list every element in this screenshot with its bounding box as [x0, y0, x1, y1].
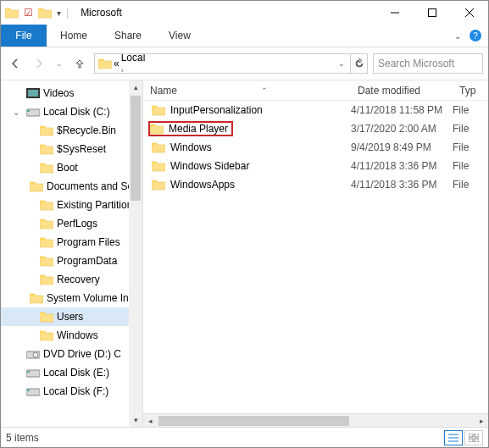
- tree-item[interactable]: Local Disk (E:): [1, 363, 142, 382]
- file-date: 4/11/2018 3:36 PM: [351, 160, 453, 172]
- address-bar[interactable]: « AppData›Local›Microsoft› ⌄: [94, 53, 368, 74]
- disk-icon: [26, 106, 40, 118]
- expander-icon[interactable]: ⌄: [13, 108, 23, 117]
- ribbon: File Home Share View ⌄ ?: [1, 25, 488, 47]
- file-row[interactable]: WindowsApps4/11/2018 3:36 PMFile: [143, 175, 488, 194]
- scroll-right-icon[interactable]: ▸: [475, 414, 488, 428]
- folder-icon: [40, 162, 53, 174]
- tree-item-label: Users: [57, 311, 83, 323]
- details-view-button[interactable]: [444, 430, 463, 445]
- file-date: 4/11/2018 11:58 PM: [351, 104, 453, 116]
- folder-icon: [40, 274, 53, 285]
- forward-button[interactable]: [30, 54, 48, 73]
- file-row[interactable]: Windows9/4/2019 8:49 PMFile: [143, 138, 488, 157]
- tree-item-label: Program Files: [57, 236, 120, 248]
- status-bar: 5 items: [1, 427, 488, 447]
- search-input[interactable]: Search Microsoft: [373, 53, 483, 74]
- svg-rect-15: [469, 439, 473, 442]
- tree-item-label: Boot: [57, 162, 78, 174]
- navigation-tree[interactable]: Videos⌄Local Disk (C:)$Recycle.Bin$SysRe…: [1, 80, 143, 427]
- scroll-thumb[interactable]: [158, 416, 349, 426]
- file-row[interactable]: Windows Sidebar4/11/2018 3:36 PMFile: [143, 157, 488, 175]
- qat-overflow-icon[interactable]: ▾: [57, 8, 61, 18]
- breadcrumb-prefix[interactable]: «: [114, 58, 119, 69]
- tree-item[interactable]: Existing Partition: [1, 196, 142, 214]
- breadcrumb-item[interactable]: Local: [121, 53, 163, 64]
- file-name: WindowsApps: [170, 179, 235, 191]
- file-row[interactable]: InputPersonalization4/11/2018 11:58 PMFi…: [143, 101, 488, 119]
- tree-item[interactable]: Boot: [1, 158, 142, 177]
- svg-rect-14: [475, 434, 479, 437]
- ribbon-expand-icon[interactable]: ⌄: [454, 31, 461, 41]
- file-name: InputPersonalization: [170, 104, 263, 116]
- tree-item-label: Local Disk (C:): [43, 106, 110, 118]
- icons-view-button[interactable]: [464, 430, 483, 445]
- tree-item-label: DVD Drive (D:) C: [43, 348, 121, 360]
- tree-item[interactable]: $Recycle.Bin: [1, 121, 142, 140]
- tree-item[interactable]: Users: [1, 307, 142, 326]
- column-date[interactable]: Date modified: [351, 80, 453, 100]
- column-name[interactable]: Name⌃: [143, 80, 351, 100]
- window-title: Microsoft: [81, 7, 122, 19]
- folder-icon: [30, 292, 43, 304]
- svg-rect-7: [429, 9, 436, 17]
- folder-icon: [152, 160, 165, 172]
- view-tab[interactable]: View: [155, 25, 204, 47]
- tree-item-label: PerfLogs: [57, 218, 97, 230]
- file-row[interactable]: Media Player3/17/2020 2:00 AMFile: [143, 119, 488, 138]
- scroll-down-icon[interactable]: ▾: [129, 413, 142, 427]
- tree-scrollbar[interactable]: ▴ ▾: [129, 80, 142, 427]
- tree-item-label: Local Disk (F:): [43, 385, 108, 397]
- tree-item[interactable]: DVD Drive (D:) C: [1, 345, 142, 363]
- horizontal-scrollbar[interactable]: ◂ ▸: [143, 413, 488, 427]
- back-button[interactable]: [6, 54, 25, 73]
- home-tab[interactable]: Home: [47, 25, 101, 47]
- maximize-button[interactable]: [414, 1, 451, 25]
- tree-item[interactable]: System Volume Information: [1, 289, 142, 307]
- chevron-right-icon[interactable]: ›: [121, 66, 124, 74]
- tree-item[interactable]: Videos: [1, 84, 142, 102]
- share-tab[interactable]: Share: [101, 25, 155, 47]
- tree-item[interactable]: Program Files: [1, 233, 142, 252]
- dvd-icon: [26, 348, 40, 360]
- address-dropdown-button[interactable]: ⌄: [333, 54, 350, 73]
- close-button[interactable]: [451, 1, 488, 25]
- file-name: Media Player: [169, 123, 228, 135]
- scroll-thumb[interactable]: [131, 96, 141, 201]
- drive-icon: [26, 385, 40, 397]
- recent-button[interactable]: ⌄: [53, 54, 65, 73]
- file-type: File: [453, 123, 488, 135]
- column-type[interactable]: Typ: [453, 80, 488, 100]
- tree-item[interactable]: $SysReset: [1, 140, 142, 158]
- file-name: Windows: [170, 141, 212, 153]
- qat-folder-icon-2[interactable]: [38, 7, 52, 19]
- tree-item[interactable]: Local Disk (F:): [1, 382, 142, 401]
- minimize-button[interactable]: [376, 1, 414, 25]
- qat-checkbox-icon[interactable]: ☑: [24, 7, 33, 19]
- svg-rect-13: [469, 434, 473, 437]
- help-icon[interactable]: ?: [470, 30, 481, 41]
- tree-item-label: Local Disk (E:): [43, 367, 109, 379]
- scroll-up-icon[interactable]: ▴: [129, 80, 142, 94]
- folder-icon: [30, 180, 43, 192]
- file-type: File: [453, 141, 488, 153]
- tree-item[interactable]: Windows: [1, 326, 142, 345]
- tree-item[interactable]: Documents and Settings: [1, 177, 142, 196]
- folder-icon: [40, 143, 53, 155]
- scroll-left-icon[interactable]: ◂: [143, 414, 157, 428]
- tree-item-label: Videos: [43, 87, 74, 99]
- up-button[interactable]: [70, 54, 89, 73]
- file-tab[interactable]: File: [1, 25, 47, 47]
- tree-item[interactable]: ProgramData: [1, 252, 142, 270]
- file-date: 4/11/2018 3:36 PM: [351, 179, 453, 191]
- tree-item-label: $SysReset: [57, 143, 106, 155]
- refresh-button[interactable]: [350, 54, 367, 73]
- tree-item[interactable]: PerfLogs: [1, 214, 142, 233]
- folder-icon: [40, 329, 53, 341]
- file-name: Windows Sidebar: [170, 160, 249, 172]
- folder-icon: [152, 104, 165, 116]
- tree-item[interactable]: Recovery: [1, 270, 142, 289]
- tree-item[interactable]: ⌄Local Disk (C:): [1, 102, 142, 121]
- tree-item-label: Windows: [57, 329, 98, 341]
- qat-folder-icon[interactable]: [5, 7, 19, 19]
